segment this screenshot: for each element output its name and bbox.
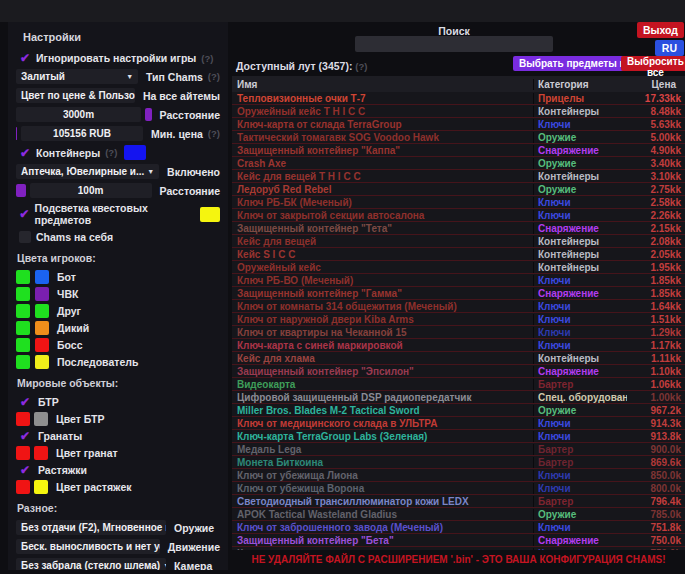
color-swatch[interactable] bbox=[34, 480, 48, 494]
color-swatch[interactable] bbox=[16, 304, 30, 318]
color-swatch[interactable] bbox=[35, 355, 49, 369]
item-name[interactable]: Miller Bros. Blades M-2 Tactical Sword bbox=[232, 405, 533, 416]
table-row[interactable]: Ключ от убежища Лиона Ключи 850.0k bbox=[232, 469, 685, 482]
table-row[interactable]: Ключ РБ-ВО (Меченый) Ключи 1.85kk bbox=[232, 274, 685, 287]
table-row[interactable]: Защищенный контейнер "Тета" Снаряжение 2… bbox=[232, 222, 685, 235]
quest-highlight-row[interactable]: ✔ Подсветка квестовых предметов bbox=[16, 202, 220, 226]
checkbox-checked-icon[interactable]: ✔ bbox=[16, 464, 34, 476]
item-name[interactable]: Кейс для хлама bbox=[232, 353, 533, 364]
color-swatch[interactable] bbox=[35, 270, 49, 284]
table-row[interactable]: Кейс S I C C Контейнеры 2.05kk bbox=[232, 248, 685, 261]
min-price-input[interactable] bbox=[21, 126, 143, 141]
misc-dropdown[interactable]: Беск. выносливость и нет уста ▼ bbox=[16, 539, 160, 554]
color-swatch[interactable] bbox=[16, 270, 30, 284]
color-swatch[interactable] bbox=[34, 412, 48, 426]
containers-color-swatch[interactable] bbox=[124, 145, 146, 160]
color-swatch[interactable] bbox=[16, 338, 30, 352]
table-row[interactable]: Медаль Lega Бартер 900.0k bbox=[232, 443, 685, 456]
item-name[interactable]: Ключ-карта от склада TerraGroup bbox=[232, 119, 533, 130]
table-row[interactable]: Ключ от заброшенного завода (Меченый) Кл… bbox=[232, 521, 685, 534]
containers-row[interactable]: ✔ Контейнеры (?) bbox=[16, 145, 220, 160]
drop-all-button[interactable]: Выбросить все bbox=[621, 56, 685, 71]
item-name[interactable]: Медаль Lega bbox=[232, 444, 533, 455]
table-row[interactable]: Защищенный контейнер "Гамма" Снаряжение … bbox=[232, 287, 685, 300]
table-row[interactable]: Ключ от убежища Ворона Ключи 800.0k bbox=[232, 482, 685, 495]
color-swatch[interactable] bbox=[34, 446, 48, 460]
min-price-color-swatch[interactable] bbox=[16, 127, 17, 140]
color-swatch[interactable] bbox=[16, 321, 30, 335]
color-swatch[interactable] bbox=[35, 287, 49, 301]
table-row[interactable]: Ключ от медицинского склада в УЛЬТРА Клю… bbox=[232, 417, 685, 430]
item-name[interactable]: Ключ-карта TerraGroup Labs (Зеленая) bbox=[232, 431, 533, 442]
table-row[interactable]: Цифровой защищенный DSP радиопередатчик … bbox=[232, 391, 685, 404]
item-name[interactable]: Ключ от квартиры на Чеканной 15 bbox=[232, 327, 533, 338]
item-name[interactable]: Тепловизионные очки Т-7 bbox=[232, 93, 533, 104]
table-row[interactable]: Ключ от закрытой секции автосалона Ключи… bbox=[232, 209, 685, 222]
color-swatch[interactable] bbox=[16, 480, 30, 494]
item-name[interactable]: Ключ РБ-ВО (Меченый) bbox=[232, 275, 533, 286]
color-swatch[interactable] bbox=[35, 304, 49, 318]
table-row[interactable]: Ключ от комнаты 314 общежития (Меченый) … bbox=[232, 300, 685, 313]
table-row[interactable]: Кейс для вещей Контейнеры 2.08kk bbox=[232, 235, 685, 248]
column-name[interactable]: Имя bbox=[232, 79, 533, 90]
table-row[interactable]: Монета Биткоина Бартер 869.6k bbox=[232, 456, 685, 469]
table-row[interactable]: Тактический томагавк SOG Voodoo Hawk Ору… bbox=[232, 131, 685, 144]
item-name[interactable]: Ключ-карта с синей маркировкой bbox=[232, 340, 533, 351]
checkbox-checked-icon[interactable]: ✔ bbox=[16, 430, 34, 442]
item-name[interactable]: Ключ от закрытой секции автосалона bbox=[232, 210, 533, 221]
world-object-row[interactable]: ✔ БТР bbox=[16, 395, 220, 409]
ignore-game-settings-row[interactable]: ✔ Игнорировать настройки игры (?) bbox=[16, 51, 220, 65]
table-row[interactable]: Защищенный контейнер "Эпсилон" Снаряжени… bbox=[232, 365, 685, 378]
checkbox-checked-icon[interactable]: ✔ bbox=[16, 52, 34, 64]
item-name[interactable]: Кейс S I C C bbox=[232, 249, 533, 260]
color-swatch[interactable] bbox=[16, 287, 30, 301]
table-row[interactable]: Ключ-карта от склада TerraGroup Ключи 5.… bbox=[232, 118, 685, 131]
table-row[interactable]: Ключ-карта TerraGroup Labs (Зеленая) Клю… bbox=[232, 430, 685, 443]
table-row[interactable]: Кейс для хлама Контейнеры 1.11kk bbox=[232, 352, 685, 365]
chams-type-dropdown[interactable]: Залитый ▼ bbox=[16, 69, 138, 84]
item-name[interactable]: Видеокарта bbox=[232, 379, 533, 390]
color-swatch[interactable] bbox=[35, 338, 49, 352]
checkbox-checked-icon[interactable]: ✔ bbox=[16, 396, 34, 408]
item-name[interactable]: APOK Tactical Wasteland Gladius bbox=[232, 509, 533, 520]
item-name[interactable]: Светодиодный трансиллюминатор кожи LEDX bbox=[232, 496, 533, 507]
color-swatch[interactable] bbox=[16, 355, 30, 369]
item-name[interactable]: Ледоруб Red Rebel bbox=[232, 184, 533, 195]
item-name[interactable]: Цифровой защищенный DSP радиопередатчик bbox=[232, 392, 533, 403]
item-name[interactable]: Кейс для вещей T H I C C bbox=[232, 171, 533, 182]
item-name[interactable]: Защищенный контейнер "Гамма" bbox=[232, 288, 533, 299]
item-name[interactable]: Оружейный кейс bbox=[232, 262, 533, 273]
color-swatch[interactable] bbox=[16, 412, 30, 426]
table-row[interactable]: Ключ-карта Ключи 750.0k bbox=[232, 547, 685, 550]
table-row[interactable]: Светодиодный трансиллюминатор кожи LEDX … bbox=[232, 495, 685, 508]
table-row[interactable]: Miller Bros. Blades M-2 Tactical Sword О… bbox=[232, 404, 685, 417]
table-row[interactable]: Crash Axe Оружие 3.40kk bbox=[232, 157, 685, 170]
container-distance-input[interactable] bbox=[30, 183, 152, 198]
search-input[interactable] bbox=[355, 36, 553, 52]
item-name[interactable]: Оружейный кейс T H I C C bbox=[232, 106, 533, 117]
color-swatch[interactable] bbox=[16, 446, 30, 460]
table-row[interactable]: Кейс для вещей T H I C C Контейнеры 3.10… bbox=[232, 170, 685, 183]
item-name[interactable]: Ключ от убежища Ворона bbox=[232, 483, 533, 494]
item-name[interactable]: Ключ от заброшенного завода (Меченый) bbox=[232, 522, 533, 533]
container-distance-color-swatch[interactable] bbox=[16, 184, 26, 197]
distance-color-swatch[interactable] bbox=[145, 108, 152, 121]
item-name[interactable]: Ключ от медицинского склада в УЛЬТРА bbox=[232, 418, 533, 429]
item-name[interactable]: Защищенный контейнер "Эпсилон" bbox=[232, 366, 533, 377]
table-row[interactable]: Ключ от наружной двери Kiba Arms Ключи 1… bbox=[232, 313, 685, 326]
world-object-row[interactable]: ✔ Цвет гранат bbox=[16, 446, 220, 460]
quest-color-swatch[interactable] bbox=[200, 207, 220, 222]
column-category[interactable]: Категория bbox=[533, 79, 627, 90]
table-row[interactable]: Тепловизионные очки Т-7 Прицелы 17.33kk bbox=[232, 92, 685, 105]
checkbox-checked-icon[interactable]: ✔ bbox=[16, 147, 34, 159]
misc-dropdown[interactable]: Без отдачи (F2), Мгновенное п ▼ bbox=[16, 520, 166, 535]
item-name[interactable]: Ключ от комнаты 314 общежития (Меченый) bbox=[232, 301, 533, 312]
item-name[interactable]: Ключ-карта bbox=[232, 548, 533, 551]
color-swatch[interactable] bbox=[35, 321, 49, 335]
world-object-row[interactable]: ✔ Растяжки bbox=[16, 463, 220, 477]
item-name[interactable]: Защищенный контейнер "Тета" bbox=[232, 223, 533, 234]
table-row[interactable]: Видеокарта Бартер 1.06kk bbox=[232, 378, 685, 391]
item-name[interactable]: Кейс для вещей bbox=[232, 236, 533, 247]
chams-self-row[interactable]: Chams на себя bbox=[16, 230, 220, 244]
language-button[interactable]: RU bbox=[655, 40, 684, 56]
